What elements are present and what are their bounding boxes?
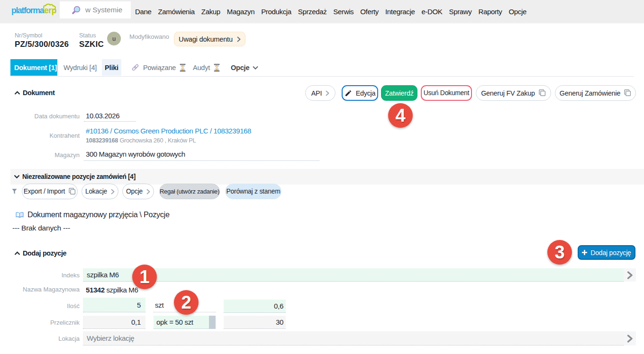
svg-text:erp: erp (44, 6, 56, 15)
svg-text:platforma: platforma (11, 6, 45, 15)
